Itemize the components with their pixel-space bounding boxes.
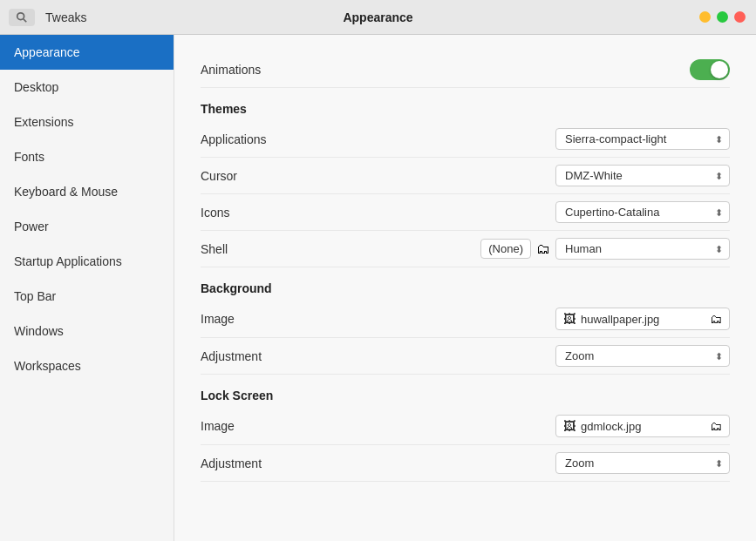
search-icon <box>16 11 28 24</box>
cursor-row: Cursor DMZ-White <box>201 158 730 194</box>
applications-label: Applications <box>201 132 358 146</box>
applications-dropdown-container: Sierra-compact-light <box>555 128 730 150</box>
background-adjustment-label: Adjustment <box>201 349 358 363</box>
search-box[interactable] <box>9 9 35 26</box>
sidebar-item-desktop[interactable]: Desktop <box>0 70 174 105</box>
icons-label: Icons <box>201 206 358 220</box>
cursor-select[interactable]: DMZ-White <box>555 165 730 186</box>
lock-screen-adjustment-label: Adjustment <box>201 456 358 470</box>
background-adjustment-control: Zoom <box>358 345 730 367</box>
background-file-icon: 🖼 <box>563 312 576 326</box>
animations-toggle[interactable] <box>690 59 730 80</box>
sidebar-item-startup-applications[interactable]: Startup Applications <box>0 244 174 279</box>
close-button[interactable] <box>734 11 746 23</box>
lock-screen-image-browse-button[interactable]: 🗂 <box>710 419 722 433</box>
lock-screen-image-control: 🖼 gdmlock.jpg 🗂 <box>358 415 730 437</box>
icons-row: Icons Cupertino-Catalina <box>201 194 730 231</box>
window-controls <box>699 11 746 23</box>
background-header: Background <box>201 267 730 301</box>
shell-control: (None) 🗂 Human <box>358 238 730 260</box>
applications-select[interactable]: Sierra-compact-light <box>555 128 730 150</box>
svg-line-1 <box>24 18 27 22</box>
main-layout: Appearance Desktop Extensions Fonts Keyb… <box>0 35 756 541</box>
app-name: Tweaks <box>45 10 86 24</box>
cursor-dropdown-container: DMZ-White <box>555 165 730 186</box>
background-image-file[interactable]: 🖼 huwallpaper.jpg 🗂 <box>555 308 730 330</box>
titlebar: Tweaks Appearance <box>0 0 756 35</box>
shell-select[interactable]: Human <box>555 238 730 260</box>
background-image-browse-button[interactable]: 🗂 <box>710 312 722 326</box>
applications-row: Applications Sierra-compact-light <box>201 121 730 158</box>
minimize-button[interactable] <box>699 11 711 23</box>
background-image-value: huwallpaper.jpg <box>581 313 659 326</box>
svg-point-0 <box>17 12 24 19</box>
lock-screen-file-icon: 🖼 <box>563 419 576 433</box>
shell-prefix: (None) 🗂 <box>480 239 550 259</box>
lock-screen-adjustment-row: Adjustment Zoom <box>201 445 730 482</box>
sidebar-item-extensions[interactable]: Extensions <box>0 105 174 139</box>
shell-row: Shell (None) 🗂 Human <box>201 231 730 267</box>
background-image-control: 🖼 huwallpaper.jpg 🗂 <box>358 308 730 330</box>
sidebar-item-top-bar[interactable]: Top Bar <box>0 279 174 314</box>
lock-screen-adjustment-dropdown-container: Zoom <box>555 452 730 474</box>
sidebar-item-workspaces[interactable]: Workspaces <box>0 348 174 383</box>
lock-screen-header: Lock Screen <box>201 375 730 408</box>
sidebar-item-keyboard-mouse[interactable]: Keyboard & Mouse <box>0 174 174 209</box>
cursor-control: DMZ-White <box>358 165 730 186</box>
shell-folder-icon[interactable]: 🗂 <box>536 241 550 257</box>
lock-screen-image-label: Image <box>201 419 358 433</box>
sidebar-item-windows[interactable]: Windows <box>0 314 174 348</box>
applications-control: Sierra-compact-light <box>358 128 730 150</box>
animations-control <box>358 59 730 80</box>
lock-screen-adjustment-control: Zoom <box>358 452 730 474</box>
background-image-label: Image <box>201 312 358 326</box>
background-image-row: Image 🖼 huwallpaper.jpg 🗂 <box>201 301 730 338</box>
background-adjustment-select[interactable]: Zoom <box>555 345 730 367</box>
animations-row: Animations <box>201 52 730 88</box>
lock-screen-image-file[interactable]: 🖼 gdmlock.jpg 🗂 <box>555 415 730 437</box>
window-title: Appearance <box>343 10 412 24</box>
shell-dropdown-container: Human <box>555 238 730 260</box>
content-area: Animations Themes Applications Sierra-co… <box>174 35 756 541</box>
sidebar-item-fonts[interactable]: Fonts <box>0 139 174 174</box>
icons-control: Cupertino-Catalina <box>358 201 730 223</box>
sidebar-item-appearance[interactable]: Appearance <box>0 35 174 70</box>
background-adjustment-dropdown-container: Zoom <box>555 345 730 367</box>
shell-none-badge: (None) <box>480 239 531 259</box>
lock-screen-image-value: gdmlock.jpg <box>581 420 641 433</box>
toggle-slider <box>690 59 730 80</box>
sidebar: Appearance Desktop Extensions Fonts Keyb… <box>0 35 174 541</box>
maximize-button[interactable] <box>717 11 728 23</box>
lock-screen-image-row: Image 🖼 gdmlock.jpg 🗂 <box>201 408 730 445</box>
themes-header: Themes <box>201 88 730 121</box>
lock-screen-adjustment-select[interactable]: Zoom <box>555 452 730 474</box>
icons-select[interactable]: Cupertino-Catalina <box>555 201 730 223</box>
shell-label: Shell <box>201 242 358 256</box>
background-adjustment-row: Adjustment Zoom <box>201 338 730 375</box>
icons-dropdown-container: Cupertino-Catalina <box>555 201 730 223</box>
animations-label: Animations <box>201 63 358 77</box>
cursor-label: Cursor <box>201 169 358 183</box>
sidebar-item-power[interactable]: Power <box>0 209 174 244</box>
